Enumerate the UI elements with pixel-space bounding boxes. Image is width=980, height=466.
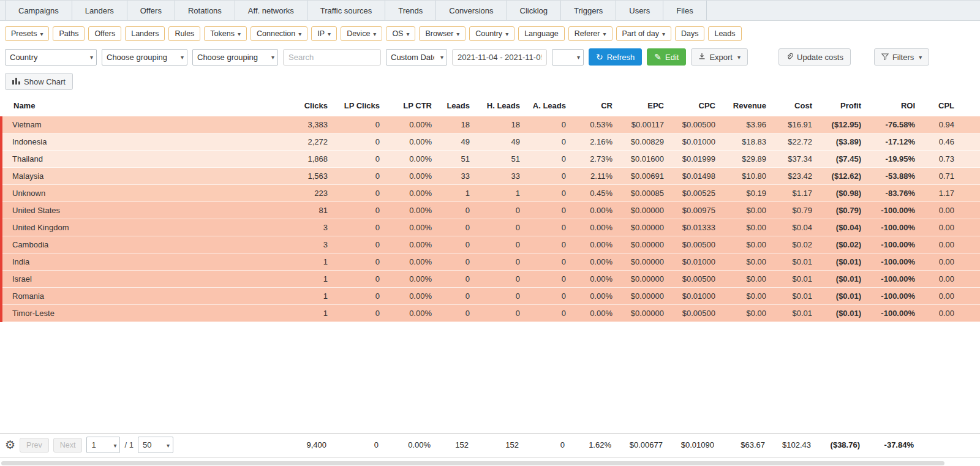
column-header[interactable]: Cost	[774, 96, 820, 116]
filter-button[interactable]: Country	[469, 26, 514, 41]
nav-tab[interactable]: Traffic sources	[307, 1, 386, 20]
table-row[interactable]: Vietnam 3,383 0 0.00% 18 18 0 0.53% $0.0…	[1, 116, 980, 133]
cr-cell: 2.16%	[573, 133, 620, 151]
next-page-button[interactable]: Next	[53, 438, 83, 453]
column-header[interactable]: H. Leads	[477, 96, 527, 116]
export-button[interactable]: Export	[691, 48, 748, 66]
h-leads-cell: 0	[477, 202, 527, 219]
refresh-button[interactable]: ↻ Refresh	[589, 48, 642, 66]
column-header[interactable]: Leads	[439, 96, 477, 116]
stats-table: NameClicksLP ClicksLP CTRLeadsH. LeadsA.…	[0, 96, 980, 322]
nav-tab-label: Clicklog	[520, 6, 548, 15]
filters-button[interactable]: Filters	[874, 48, 929, 66]
leads-cell: 0	[439, 236, 477, 254]
filter-button[interactable]: Referer	[568, 26, 612, 41]
update-costs-button[interactable]: Update costs	[778, 48, 851, 66]
edit-button[interactable]: ✎ Edit	[647, 48, 686, 66]
leads-cell: 33	[439, 168, 477, 185]
column-header[interactable]: CPL	[922, 96, 980, 116]
column-header[interactable]: Name	[1, 96, 283, 116]
nav-tab[interactable]: Landers	[72, 1, 127, 20]
nav-tab[interactable]: Clicklog	[507, 1, 562, 20]
nav-tab[interactable]: Files	[663, 1, 706, 20]
total-h-leads: 152	[476, 434, 526, 457]
filter-button[interactable]: Paths	[53, 26, 85, 41]
search-input[interactable]	[283, 49, 381, 66]
nav-tab[interactable]: Users	[616, 1, 663, 20]
table-row[interactable]: Timor-Leste 1 0 0.00% 0 0 0 0.00% $0.000…	[1, 305, 980, 322]
profit-cell: ($7.45)	[820, 151, 869, 168]
horizontal-scrollbar[interactable]	[1, 461, 979, 466]
table-row[interactable]: Romania 1 0 0.00% 0 0 0 0.00% $0.00000 $…	[1, 288, 980, 305]
epc-cell: $0.00829	[620, 133, 671, 151]
filter-button[interactable]: Landers	[125, 26, 165, 41]
table-row[interactable]: Malaysia 1,563 0 0.00% 33 33 0 2.11% $0.…	[1, 168, 980, 185]
filter-button[interactable]: Rules	[168, 26, 200, 41]
cost-cell: $16.91	[774, 116, 820, 133]
nav-tab[interactable]: Offers	[127, 1, 175, 20]
cr-cell: 2.11%	[573, 168, 620, 185]
column-header[interactable]: CR	[573, 96, 620, 116]
nav-tab[interactable]: Campaigns	[5, 1, 72, 20]
date-preset-select[interactable]: Custom Date	[386, 49, 447, 66]
scrollbar-thumb[interactable]	[1, 461, 944, 465]
table-row[interactable]: Cambodia 3 0 0.00% 0 0 0 0.00% $0.00000 …	[1, 236, 980, 254]
filter-button[interactable]: OS	[386, 26, 415, 41]
table-row[interactable]: United Kingdom 3 0 0.00% 0 0 0 0.00% $0.…	[1, 219, 980, 236]
prev-page-button[interactable]: Prev	[20, 438, 49, 453]
column-header[interactable]: LP Clicks	[335, 96, 387, 116]
table-row[interactable]: United States 81 0 0.00% 0 0 0 0.00% $0.…	[1, 202, 980, 219]
column-header[interactable]: Clicks	[283, 96, 335, 116]
table-row[interactable]: Indonesia 2,272 0 0.00% 49 49 0 2.16% $0…	[1, 133, 980, 151]
roi-cell: -53.88%	[869, 168, 922, 185]
epc-cell: $0.00117	[620, 116, 671, 133]
nav-tab[interactable]: Triggers	[561, 1, 616, 20]
filter-button[interactable]: Leads	[708, 26, 741, 41]
column-header[interactable]: CPC	[671, 96, 723, 116]
grouping-select-2[interactable]: Choose grouping	[102, 49, 187, 66]
date-range-input[interactable]	[452, 49, 547, 66]
table-row[interactable]: Israel 1 0 0.00% 0 0 0 0.00% $0.00000 $0…	[1, 271, 980, 288]
show-chart-button[interactable]: Show Chart	[5, 73, 73, 90]
column-header[interactable]: ROI	[869, 96, 922, 116]
filter-button[interactable]: IP	[311, 26, 337, 41]
epc-cell: $0.00085	[620, 185, 671, 202]
cr-cell: 0.00%	[573, 254, 620, 271]
grouping-select-3[interactable]: Choose grouping	[192, 49, 278, 66]
roi-cell: -100.00%	[869, 254, 922, 271]
filter-button-label: IP	[317, 29, 325, 38]
nav-tab[interactable]: Rotations	[175, 1, 235, 20]
table-row[interactable]: India 1 0 0.00% 0 0 0 0.00% $0.00000 $0.…	[1, 254, 980, 271]
page-select[interactable]: 1	[86, 437, 120, 453]
nav-tab[interactable]: Trends	[385, 1, 436, 20]
nav-tab-label: Landers	[85, 6, 114, 15]
filter-button[interactable]: Browser	[419, 26, 466, 41]
nav-tab[interactable]: Conversions	[436, 1, 507, 20]
nav-tab[interactable]: Aff. networks	[235, 1, 307, 20]
revenue-cell: $0.00	[723, 288, 774, 305]
column-header[interactable]: EPC	[620, 96, 671, 116]
table-row[interactable]: Thailand 1,868 0 0.00% 51 51 0 2.73% $0.…	[1, 151, 980, 168]
settings-gear-icon[interactable]: ⚙	[5, 439, 15, 451]
table-row[interactable]: Unknown 223 0 0.00% 1 1 0 0.45% $0.00085…	[1, 185, 980, 202]
column-header[interactable]: A. Leads	[527, 96, 573, 116]
filter-button[interactable]: Device	[341, 26, 382, 41]
filter-button[interactable]: Language	[518, 26, 565, 41]
column-header[interactable]: Profit	[820, 96, 869, 116]
column-header[interactable]: LP CTR	[387, 96, 439, 116]
column-header[interactable]: Revenue	[723, 96, 774, 116]
filter-button[interactable]: Days	[675, 26, 704, 41]
filter-button[interactable]: Connection	[251, 26, 307, 41]
grouping-select-1[interactable]: Country	[5, 49, 97, 66]
cpc-cell: $0.01999	[671, 151, 723, 168]
filter-button[interactable]: Part of day	[616, 26, 671, 41]
country-name-cell: Vietnam	[1, 116, 283, 133]
timezone-select[interactable]	[552, 49, 584, 66]
page-size-select[interactable]: 50	[138, 437, 173, 453]
filter-button[interactable]: Tokens	[204, 26, 247, 41]
lp-ctr-cell: 0.00%	[387, 116, 439, 133]
cpl-cell: 0.00	[922, 271, 980, 288]
filter-button[interactable]: Presets	[5, 26, 49, 41]
table-footer: ⚙ Prev Next 1 / 1 50 9,4	[0, 433, 980, 457]
filter-button[interactable]: Offers	[88, 26, 121, 41]
